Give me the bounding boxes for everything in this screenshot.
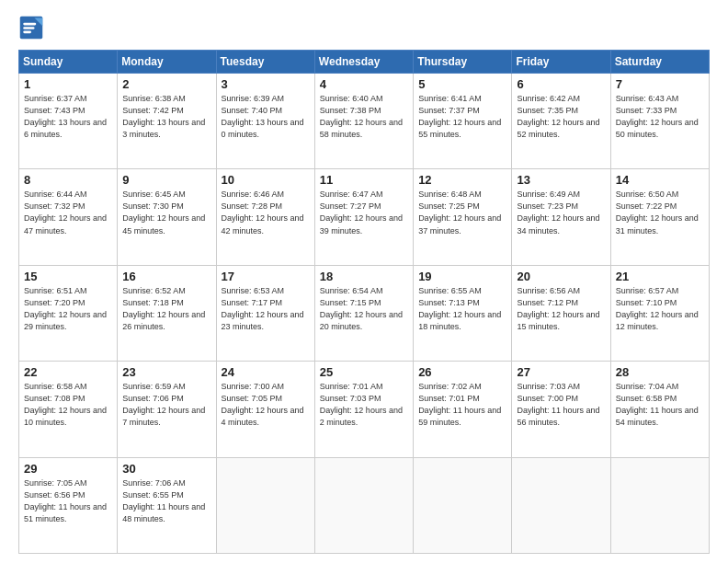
- calendar-week-1: 1Sunrise: 6:37 AMSunset: 7:43 PMDaylight…: [19, 74, 710, 169]
- day-info: Sunrise: 6:58 AMSunset: 7:08 PMDaylight:…: [24, 381, 112, 429]
- day-info: Sunrise: 6:56 AMSunset: 7:12 PMDaylight:…: [517, 285, 605, 333]
- calendar-cell: 24Sunrise: 7:00 AMSunset: 7:05 PMDayligh…: [216, 362, 314, 457]
- day-number: 24: [222, 365, 310, 379]
- day-number: 28: [616, 365, 704, 379]
- day-number: 9: [122, 173, 210, 187]
- calendar-cell: 6Sunrise: 6:42 AMSunset: 7:35 PMDaylight…: [512, 74, 610, 169]
- calendar-header-row: SundayMondayTuesdayWednesdayThursdayFrid…: [19, 51, 710, 74]
- day-info: Sunrise: 6:49 AMSunset: 7:23 PMDaylight:…: [517, 189, 605, 236]
- day-number: 14: [616, 173, 704, 187]
- page: SundayMondayTuesdayWednesdayThursdayFrid…: [0, 0, 728, 563]
- day-number: 5: [418, 77, 506, 91]
- day-number: 7: [616, 77, 704, 91]
- calendar-week-4: 22Sunrise: 6:58 AMSunset: 7:08 PMDayligh…: [19, 362, 710, 457]
- calendar-header-friday: Friday: [512, 51, 610, 74]
- day-number: 3: [222, 77, 310, 91]
- calendar-cell: 9Sunrise: 6:45 AMSunset: 7:30 PMDaylight…: [118, 169, 216, 265]
- day-info: Sunrise: 6:38 AMSunset: 7:42 PMDaylight:…: [122, 93, 210, 141]
- day-info: Sunrise: 6:37 AMSunset: 7:43 PMDaylight:…: [24, 93, 112, 141]
- calendar-week-5: 29Sunrise: 7:05 AMSunset: 6:56 PMDayligh…: [19, 457, 710, 553]
- day-number: 27: [517, 365, 605, 379]
- day-info: Sunrise: 6:53 AMSunset: 7:17 PMDaylight:…: [222, 285, 310, 333]
- day-number: 26: [418, 365, 506, 379]
- calendar-cell: 3Sunrise: 6:39 AMSunset: 7:40 PMDaylight…: [216, 74, 314, 169]
- day-info: Sunrise: 6:42 AMSunset: 7:35 PMDaylight:…: [517, 93, 605, 141]
- day-info: Sunrise: 6:45 AMSunset: 7:30 PMDaylight:…: [122, 189, 210, 236]
- day-number: 22: [24, 365, 112, 379]
- day-info: Sunrise: 6:47 AMSunset: 7:27 PMDaylight:…: [320, 189, 408, 236]
- day-info: Sunrise: 6:44 AMSunset: 7:32 PMDaylight:…: [24, 189, 112, 236]
- calendar-cell: [414, 457, 512, 553]
- calendar-cell: 30Sunrise: 7:06 AMSunset: 6:55 PMDayligh…: [118, 457, 216, 553]
- day-info: Sunrise: 6:54 AMSunset: 7:15 PMDaylight:…: [320, 285, 408, 333]
- calendar-table: SundayMondayTuesdayWednesdayThursdayFrid…: [18, 50, 710, 554]
- day-info: Sunrise: 6:57 AMSunset: 7:10 PMDaylight:…: [616, 285, 704, 333]
- day-number: 8: [24, 173, 112, 187]
- calendar-cell: [216, 457, 314, 553]
- day-info: Sunrise: 6:51 AMSunset: 7:20 PMDaylight:…: [24, 285, 112, 333]
- calendar-header-saturday: Saturday: [610, 51, 709, 74]
- day-info: Sunrise: 6:50 AMSunset: 7:22 PMDaylight:…: [616, 189, 704, 236]
- calendar-cell: 15Sunrise: 6:51 AMSunset: 7:20 PMDayligh…: [19, 265, 118, 361]
- calendar-cell: 18Sunrise: 6:54 AMSunset: 7:15 PMDayligh…: [314, 265, 413, 361]
- day-number: 21: [616, 270, 704, 283]
- day-info: Sunrise: 6:48 AMSunset: 7:25 PMDaylight:…: [418, 189, 506, 236]
- day-info: Sunrise: 6:59 AMSunset: 7:06 PMDaylight:…: [122, 381, 210, 429]
- calendar-cell: 1Sunrise: 6:37 AMSunset: 7:43 PMDaylight…: [19, 74, 118, 169]
- day-number: 10: [222, 173, 310, 187]
- day-number: 6: [517, 77, 605, 91]
- day-number: 2: [122, 77, 210, 91]
- calendar-cell: 25Sunrise: 7:01 AMSunset: 7:03 PMDayligh…: [314, 362, 413, 457]
- day-number: 23: [122, 365, 210, 379]
- svg-rect-2: [23, 23, 36, 26]
- day-info: Sunrise: 6:52 AMSunset: 7:18 PMDaylight:…: [122, 285, 210, 333]
- day-info: Sunrise: 7:04 AMSunset: 6:58 PMDaylight:…: [616, 381, 704, 429]
- calendar-cell: 2Sunrise: 6:38 AMSunset: 7:42 PMDaylight…: [118, 74, 216, 169]
- day-info: Sunrise: 6:55 AMSunset: 7:13 PMDaylight:…: [418, 285, 506, 333]
- day-info: Sunrise: 7:01 AMSunset: 7:03 PMDaylight:…: [320, 381, 408, 429]
- day-number: 11: [320, 173, 408, 187]
- day-info: Sunrise: 7:02 AMSunset: 7:01 PMDaylight:…: [418, 381, 506, 429]
- logo: [18, 15, 48, 40]
- day-number: 1: [24, 77, 112, 91]
- calendar-header-monday: Monday: [118, 51, 216, 74]
- day-number: 13: [517, 173, 605, 187]
- logo-icon: [18, 15, 44, 40]
- header: [18, 15, 710, 40]
- calendar-cell: 17Sunrise: 6:53 AMSunset: 7:17 PMDayligh…: [216, 265, 314, 361]
- calendar-cell: 13Sunrise: 6:49 AMSunset: 7:23 PMDayligh…: [512, 169, 610, 265]
- calendar-cell: 10Sunrise: 6:46 AMSunset: 7:28 PMDayligh…: [216, 169, 314, 265]
- calendar-cell: 12Sunrise: 6:48 AMSunset: 7:25 PMDayligh…: [414, 169, 512, 265]
- calendar-header-tuesday: Tuesday: [216, 51, 314, 74]
- calendar-cell: 22Sunrise: 6:58 AMSunset: 7:08 PMDayligh…: [19, 362, 118, 457]
- calendar-cell: 16Sunrise: 6:52 AMSunset: 7:18 PMDayligh…: [118, 265, 216, 361]
- day-number: 16: [122, 270, 210, 283]
- day-info: Sunrise: 7:03 AMSunset: 7:00 PMDaylight:…: [517, 381, 605, 429]
- day-info: Sunrise: 6:46 AMSunset: 7:28 PMDaylight:…: [222, 189, 310, 236]
- day-info: Sunrise: 7:00 AMSunset: 7:05 PMDaylight:…: [222, 381, 310, 429]
- calendar-cell: 21Sunrise: 6:57 AMSunset: 7:10 PMDayligh…: [610, 265, 709, 361]
- calendar-cell: 5Sunrise: 6:41 AMSunset: 7:37 PMDaylight…: [414, 74, 512, 169]
- calendar-header-thursday: Thursday: [414, 51, 512, 74]
- svg-rect-4: [23, 31, 31, 34]
- calendar-cell: [610, 457, 709, 553]
- calendar-cell: 28Sunrise: 7:04 AMSunset: 6:58 PMDayligh…: [610, 362, 709, 457]
- day-info: Sunrise: 7:06 AMSunset: 6:55 PMDaylight:…: [122, 477, 210, 525]
- day-number: 20: [517, 270, 605, 283]
- svg-rect-3: [23, 27, 34, 29]
- day-info: Sunrise: 6:39 AMSunset: 7:40 PMDaylight:…: [222, 93, 310, 141]
- day-number: 12: [418, 173, 506, 187]
- day-number: 17: [222, 270, 310, 283]
- calendar-week-2: 8Sunrise: 6:44 AMSunset: 7:32 PMDaylight…: [19, 169, 710, 265]
- day-info: Sunrise: 6:43 AMSunset: 7:33 PMDaylight:…: [616, 93, 704, 141]
- day-number: 15: [24, 270, 112, 283]
- calendar-cell: [314, 457, 413, 553]
- day-number: 19: [418, 270, 506, 283]
- calendar-header-wednesday: Wednesday: [314, 51, 413, 74]
- calendar-cell: 8Sunrise: 6:44 AMSunset: 7:32 PMDaylight…: [19, 169, 118, 265]
- day-number: 18: [320, 270, 408, 283]
- calendar-cell: 14Sunrise: 6:50 AMSunset: 7:22 PMDayligh…: [610, 169, 709, 265]
- calendar-cell: [512, 457, 610, 553]
- day-number: 4: [320, 77, 408, 91]
- day-info: Sunrise: 7:05 AMSunset: 6:56 PMDaylight:…: [24, 477, 112, 525]
